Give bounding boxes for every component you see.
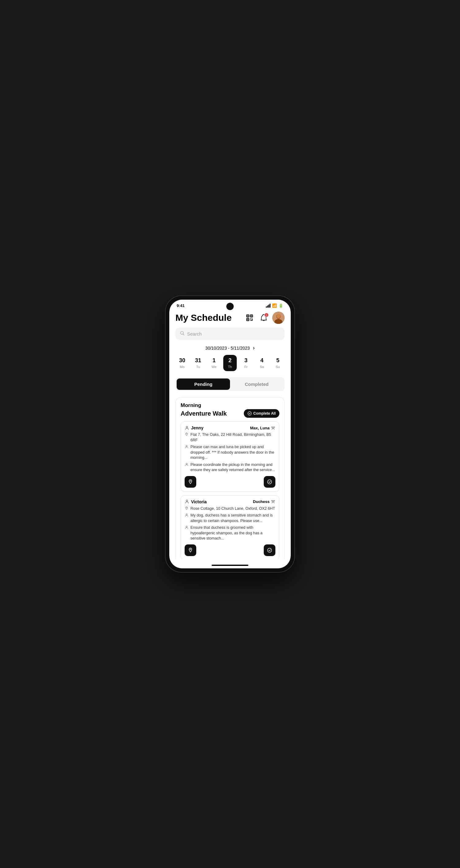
booking-address-1: Rose Cottage, 10 Church Lane, Oxford, OX… [190,506,275,512]
map-pin-icon-0 [188,479,193,485]
battery-icon: 🔋 [278,303,283,308]
date-range-text: 30/10/2023 - 5/11/2023 [206,346,250,350]
day-label-1: Tu [196,365,200,369]
booking-pet-0: Max, Luna [250,426,275,430]
user-icon-0 [185,426,189,430]
complete-all-label: Complete All [253,411,276,415]
location-button-0[interactable] [185,476,196,488]
note2-icon-0 [185,463,189,466]
svg-point-29 [274,501,275,501]
booking-pet-name-1: Duchess [253,499,270,504]
search-bar[interactable]: Search [176,328,284,340]
notification-button[interactable]: 6 [258,312,269,323]
booking-note2-row-1: Ensure that duchess is groomed with hypo… [185,525,275,541]
signal-icon [266,304,271,308]
check-button-0[interactable] [264,476,275,488]
svg-point-34 [268,548,272,552]
day-label-4: Fr [244,365,247,369]
pet-icon-1 [271,499,275,504]
booking-note1-1: My dog, duchess has a sensitive stomach … [190,513,275,524]
search-placeholder: Search [187,331,202,337]
booking-address-0: Flat 7, The Oaks, 22 Hill Road, Birmingh… [190,432,275,443]
booking-card-0: Jenny Max, Luna [181,422,279,492]
day-item-5[interactable]: 4 Sa [255,355,269,371]
screen-content[interactable]: My Schedule [169,309,291,559]
page-title: My Schedule [176,313,232,323]
day-item-0[interactable]: 30 Mo [176,355,189,371]
svg-point-30 [186,507,187,508]
avatar[interactable] [272,312,284,324]
booking-user-1: Victoria [185,499,207,504]
svg-rect-5 [247,319,248,320]
booking-address-row-0: Flat 7, The Oaks, 22 Hill Road, Birmingh… [185,432,275,443]
note1-icon-0 [185,445,189,449]
day-item-1[interactable]: 31 Tu [191,355,205,371]
day-num-1: 31 [195,357,201,364]
day-picker: 30 Mo 31 Tu 1 We 2 Th 3 Fr [176,355,284,371]
complete-all-button[interactable]: Complete All [244,409,279,418]
booking-top-row-0: Jenny Max, Luna [185,426,275,430]
booking-actions-0 [185,476,275,488]
svg-point-28 [271,501,272,501]
qr-button[interactable] [244,312,255,323]
note2-icon-1 [185,525,189,529]
day-num-4: 3 [244,357,247,364]
svg-point-26 [186,500,188,501]
section-time: Morning [181,402,279,408]
pet-icon-0 [271,426,275,430]
svg-point-31 [186,514,187,515]
day-item-4[interactable]: 3 Fr [239,355,253,371]
day-num-3: 2 [228,357,232,364]
tab-completed[interactable]: Completed [230,378,283,390]
day-num-5: 4 [260,357,264,364]
svg-point-13 [277,314,280,318]
location-button-1[interactable] [185,545,196,556]
section-name: Adventure Walk [181,410,226,417]
svg-point-16 [248,412,251,415]
day-num-2: 1 [213,357,216,364]
tab-pending[interactable]: Pending [177,378,230,390]
svg-rect-9 [252,319,253,320]
svg-point-23 [186,463,187,464]
complete-all-icon [247,411,252,415]
booking-note1-row-0: Please can max and luna be picked up and… [185,444,275,461]
section-card: Morning Adventure Walk Complete All [176,397,284,559]
svg-point-25 [268,480,272,484]
svg-rect-6 [250,318,251,319]
day-label-3: Th [228,365,232,369]
day-item-6[interactable]: 5 Su [271,355,284,371]
booking-note1-0: Please can max and luna be picked up and… [190,444,275,461]
booking-actions-1 [185,545,275,556]
booking-pet-1: Duchess [253,499,275,504]
date-range-row: 30/10/2023 - 5/11/2023 › [176,345,284,351]
svg-rect-3 [251,315,252,316]
location-icon-0 [185,432,189,436]
check-icon-1 [267,548,272,553]
qr-icon [246,314,254,322]
svg-point-33 [190,549,191,550]
svg-point-24 [190,480,191,482]
booking-note2-1: Ensure that duchess is groomed with hypo… [190,525,275,541]
search-icon [180,331,185,337]
user-icon-1 [185,499,189,504]
svg-point-32 [186,526,187,528]
wifi-icon: 📶 [272,303,277,308]
camera-notch [226,303,234,310]
day-label-0: Mo [180,365,184,369]
svg-rect-7 [252,318,253,319]
date-range-next-icon[interactable]: › [253,345,254,351]
svg-point-17 [186,426,188,428]
status-time: 9:41 [177,303,185,308]
notification-badge: 6 [264,313,269,317]
day-item-2[interactable]: 1 We [207,355,221,371]
svg-point-18 [272,427,274,429]
booking-note2-row-0: Please coordinate the pickup in the morn… [185,462,275,473]
svg-point-22 [186,446,187,447]
booking-note2-0: Please coordinate the pickup in the morn… [190,462,275,473]
check-button-1[interactable] [264,545,275,556]
home-bar [212,565,248,566]
check-icon-0 [267,479,272,485]
day-item-3[interactable]: 2 Th [223,355,237,371]
phone-screen: 9:41 📶 🔋 My Schedule [169,300,291,568]
location-icon-1 [185,506,189,510]
